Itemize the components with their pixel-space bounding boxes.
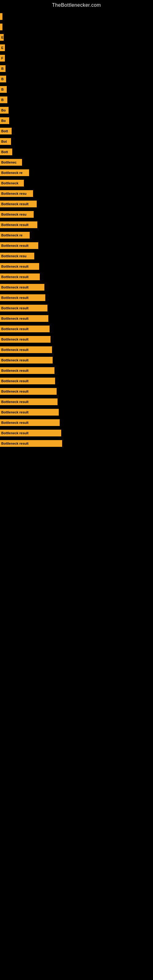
- bar-row-35: Bottleneck result: [0, 377, 153, 385]
- bar-label-2: E: [1, 35, 3, 39]
- bar-32: Bottleneck result: [0, 346, 52, 353]
- bar-label-16: Bottleneck: [1, 181, 18, 185]
- bar-label-23: Bottleneck resu: [1, 254, 27, 258]
- bar-label-22: Bottleneck result: [1, 244, 29, 247]
- bar-row-21: Bottleneck re: [0, 231, 153, 240]
- bar-label-15: Bottleneck re: [1, 171, 22, 175]
- bar-row-12: Bot: [0, 137, 153, 146]
- bar-17: Bottleneck resu: [0, 190, 33, 197]
- bar-row-40: Bottleneck result: [0, 429, 153, 438]
- bar-row-1: [0, 23, 153, 31]
- bar-row-4: F: [0, 54, 153, 62]
- bar-label-3: E: [1, 46, 3, 49]
- bar-36: Bottleneck result: [0, 388, 57, 395]
- bar-label-35: Bottleneck result: [1, 379, 29, 383]
- bar-row-11: Bott: [0, 127, 153, 135]
- bar-0: [0, 13, 2, 20]
- bar-4: F: [0, 55, 5, 62]
- bar-39: Bottleneck result: [0, 419, 60, 426]
- bar-15: Bottleneck re: [0, 169, 29, 176]
- bar-24: Bottleneck result: [0, 263, 39, 270]
- bar-row-17: Bottleneck resu: [0, 189, 153, 198]
- bar-9: Bo: [0, 107, 9, 114]
- bar-label-6: B: [1, 77, 4, 81]
- bar-row-37: Bottleneck result: [0, 398, 153, 406]
- bar-row-38: Bottleneck result: [0, 408, 153, 417]
- bar-label-25: Bottleneck result: [1, 275, 29, 279]
- bar-row-41: Bottleneck result: [0, 439, 153, 448]
- bar-row-18: Bottleneck result: [0, 200, 153, 208]
- bar-label-28: Bottleneck result: [1, 306, 29, 310]
- bar-row-32: Bottleneck result: [0, 345, 153, 354]
- bar-label-32: Bottleneck result: [1, 348, 29, 352]
- bar-label-14: Bottlenec: [1, 161, 16, 164]
- bar-label-4: F: [1, 56, 3, 60]
- bar-row-24: Bottleneck result: [0, 262, 153, 271]
- bar-row-28: Bottleneck result: [0, 304, 153, 312]
- bar-16: Bottleneck: [0, 180, 24, 186]
- bars-container: EEFBBBBBoBoBottBotBottBottlenecBottlenec…: [0, 9, 153, 453]
- bar-label-41: Bottleneck result: [1, 442, 29, 445]
- bar-label-26: Bottleneck result: [1, 285, 29, 289]
- bar-2: E: [0, 34, 4, 41]
- bar-row-27: Bottleneck result: [0, 293, 153, 302]
- bar-label-20: Bottleneck result: [1, 223, 29, 227]
- bar-34: Bottleneck result: [0, 367, 54, 374]
- bar-41: Bottleneck result: [0, 440, 62, 447]
- bar-row-22: Bottleneck result: [0, 241, 153, 250]
- bar-row-9: Bo: [0, 106, 153, 115]
- bar-row-34: Bottleneck result: [0, 366, 153, 375]
- bar-label-21: Bottleneck re: [1, 233, 22, 237]
- bar-label-18: Bottleneck result: [1, 202, 29, 206]
- bar-3: E: [0, 45, 5, 51]
- bar-label-7: B: [1, 88, 4, 91]
- bar-label-24: Bottleneck result: [1, 265, 29, 268]
- bar-row-39: Bottleneck result: [0, 418, 153, 427]
- bar-row-20: Bottleneck result: [0, 221, 153, 229]
- bar-29: Bottleneck result: [0, 315, 48, 322]
- bar-5: B: [0, 65, 5, 72]
- bar-27: Bottleneck result: [0, 294, 45, 301]
- bar-row-6: B: [0, 75, 153, 83]
- bar-12: Bot: [0, 138, 11, 145]
- bar-row-2: E: [0, 33, 153, 41]
- bar-row-13: Bott: [0, 148, 153, 156]
- bar-row-7: B: [0, 85, 153, 94]
- bar-11: Bott: [0, 128, 12, 134]
- bar-13: Bott: [0, 148, 12, 155]
- bar-row-16: Bottleneck: [0, 179, 153, 188]
- bar-row-26: Bottleneck result: [0, 283, 153, 291]
- bar-label-10: Bo: [1, 119, 6, 123]
- bar-row-29: Bottleneck result: [0, 314, 153, 323]
- bar-row-25: Bottleneck result: [0, 272, 153, 281]
- bar-21: Bottleneck re: [0, 232, 30, 239]
- bar-23: Bottleneck resu: [0, 253, 34, 259]
- bar-row-0: [0, 12, 153, 21]
- bar-28: Bottleneck result: [0, 305, 48, 312]
- bar-25: Bottleneck result: [0, 274, 40, 280]
- site-title: TheBottlenecker.com: [0, 0, 153, 9]
- bar-label-17: Bottleneck resu: [1, 192, 27, 196]
- bar-33: Bottleneck result: [0, 357, 53, 364]
- bar-row-31: Bottleneck result: [0, 335, 153, 344]
- bar-label-13: Bott: [1, 150, 8, 154]
- bar-22: Bottleneck result: [0, 242, 38, 249]
- bar-label-40: Bottleneck result: [1, 431, 29, 435]
- bar-1: [0, 24, 2, 30]
- bar-38: Bottleneck result: [0, 409, 59, 415]
- bar-31: Bottleneck result: [0, 336, 51, 343]
- bar-7: B: [0, 86, 7, 93]
- bar-label-37: Bottleneck result: [1, 400, 29, 404]
- bar-label-8: B: [1, 98, 4, 102]
- bar-label-31: Bottleneck result: [1, 337, 29, 341]
- bar-label-29: Bottleneck result: [1, 317, 29, 320]
- bar-30: Bottleneck result: [0, 326, 49, 332]
- bar-8: B: [0, 97, 7, 103]
- bar-row-3: E: [0, 43, 153, 52]
- bar-row-15: Bottleneck re: [0, 169, 153, 177]
- bar-26: Bottleneck result: [0, 284, 45, 291]
- bar-6: B: [0, 76, 6, 83]
- bar-35: Bottleneck result: [0, 378, 55, 384]
- bar-18: Bottleneck result: [0, 200, 37, 207]
- bar-19: Bottleneck resu: [0, 211, 33, 218]
